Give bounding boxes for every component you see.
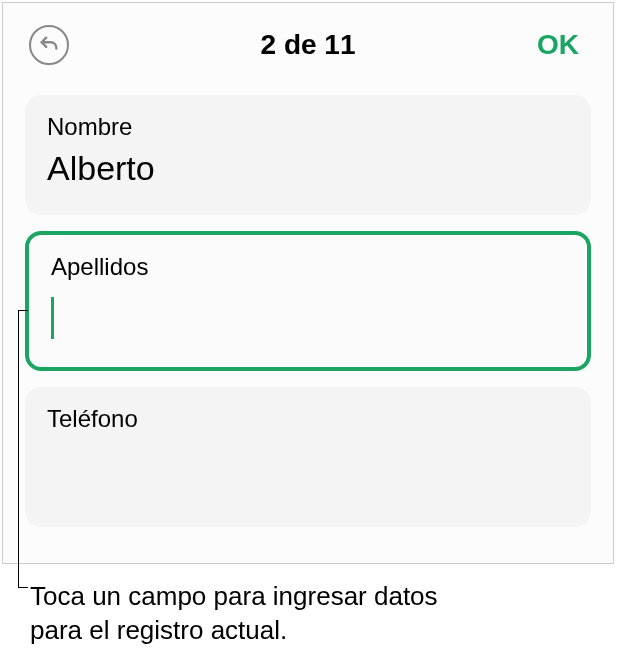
field-value-apellidos	[51, 289, 565, 343]
fields-container: Nombre Alberto Apellidos Teléfono	[3, 83, 613, 555]
field-apellidos[interactable]: Apellidos	[25, 231, 591, 371]
callout-line	[18, 310, 19, 588]
field-label-apellidos: Apellidos	[51, 253, 565, 281]
field-value-nombre: Alberto	[47, 149, 569, 188]
undo-icon	[38, 34, 60, 56]
field-label-telefono: Teléfono	[47, 405, 569, 433]
page-indicator: 2 de 11	[261, 29, 356, 61]
text-cursor	[51, 297, 54, 339]
ok-button[interactable]: OK	[529, 25, 587, 65]
field-telefono[interactable]: Teléfono	[25, 387, 591, 527]
field-nombre[interactable]: Nombre Alberto	[25, 95, 591, 215]
back-button[interactable]	[29, 25, 69, 65]
field-label-nombre: Nombre	[47, 113, 569, 141]
form-panel: 2 de 11 OK Nombre Alberto Apellidos Telé…	[2, 2, 614, 564]
caption-text: Toca un campo para ingresar datos para e…	[30, 580, 450, 648]
header: 2 de 11 OK	[3, 3, 613, 83]
